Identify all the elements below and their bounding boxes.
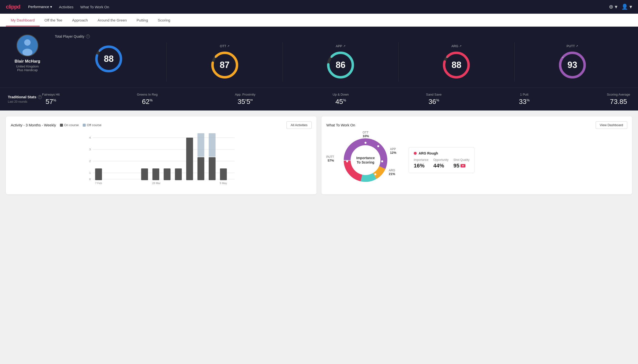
info-opportunity: Opportunity 44% (433, 158, 449, 169)
tab-approach[interactable]: Approach (67, 14, 93, 26)
tab-scoring[interactable]: Scoring (153, 14, 175, 26)
tab-bar: My Dashboard Off the Tee Approach Around… (0, 14, 638, 27)
app-donut-label: APP 12% (390, 148, 396, 154)
total-pq-help-icon[interactable]: ? (86, 34, 90, 38)
arg-rough-info-card: ARG Rough Importance 16% Opportunity 44%… (408, 147, 475, 173)
ott-ring: OTT ↗ 87 (167, 42, 283, 82)
putt-score-value: 93 (567, 60, 577, 70)
view-dashboard-button[interactable]: View Dashboard (596, 121, 627, 129)
info-shot-quality: Shot Quality 95 ▼ (453, 158, 469, 169)
stat-greens-in-reg: Greens In Reg 62% (137, 93, 158, 106)
logo[interactable]: clippd (6, 4, 20, 10)
stat-fairways-hit-value: 57% (42, 98, 60, 106)
nav-activities[interactable]: Activities (59, 5, 73, 9)
svg-rect-29 (141, 168, 148, 180)
add-button[interactable]: ⊕ ▾ (609, 4, 617, 10)
legend-on-course-label: On course (64, 123, 79, 127)
info-metrics: Importance 16% Opportunity 44% Shot Qual… (414, 158, 469, 169)
svg-rect-33 (186, 138, 193, 180)
donut-chart-area: Importance To Scoring OTT 10% APP 12% (326, 131, 405, 190)
tab-my-dashboard[interactable]: My Dashboard (6, 14, 40, 26)
main-score-ring: 88 (55, 42, 167, 82)
trad-stats: Traditional Stats ? Last 20 rounds Fairw… (0, 88, 638, 110)
info-importance: Importance 16% (414, 158, 429, 169)
svg-rect-37 (209, 133, 216, 157)
donut-svg: Importance To Scoring (341, 136, 390, 184)
top-nav: clippd Performance ▾ Activities What To … (0, 0, 638, 14)
svg-text:To Scoring: To Scoring (357, 160, 374, 164)
nav-right: ⊕ ▾ 👤 ▾ (609, 4, 632, 10)
stat-sand-save-value: 36% (426, 98, 442, 106)
arg-ring: ARG ↗ 88 (398, 42, 514, 82)
stat-scoring-average-label: Scoring Average (607, 93, 630, 96)
all-activities-button[interactable]: All Activities (286, 121, 312, 129)
arg-svg: 88 (442, 50, 471, 80)
stat-fairways-hit: Fairways Hit 57% (42, 93, 60, 106)
player-info: Blair McHarg United Kingdom Plus Handica… (8, 34, 47, 72)
activity-legend: On course Off course (60, 123, 102, 127)
main-score-value: 88 (104, 54, 114, 64)
tab-off-the-tee[interactable]: Off the Tee (40, 14, 67, 26)
svg-point-2 (22, 49, 32, 56)
stat-1-putt-value: 33% (519, 98, 530, 106)
arg-donut-label: ARG 21% (389, 169, 395, 176)
legend-off-course: Off course (83, 123, 102, 127)
info-card-title-text: ARG Rough (419, 151, 438, 155)
player-name: Blair McHarg (15, 59, 40, 64)
svg-text:Importance: Importance (356, 156, 375, 160)
ott-svg: 87 (210, 50, 240, 80)
stat-greens-in-reg-label: Greens In Reg (137, 93, 158, 96)
bar-chart-area: 4 3 2 1 0 (11, 133, 312, 186)
stat-greens-in-reg-value: 62% (137, 98, 158, 106)
nav-what-to-work-on[interactable]: What To Work On (80, 5, 109, 9)
stat-up-down-value: 45% (333, 98, 349, 106)
wtwon-content: Importance To Scoring OTT 10% APP 12% (326, 131, 627, 190)
player-handicap: Plus Handicap (17, 68, 38, 72)
app-label: APP ↗ (336, 44, 345, 48)
svg-rect-30 (152, 168, 159, 180)
shot-quality-down-badge: ▼ (461, 164, 466, 168)
wtwon-header: What To Work On View Dashboard (326, 121, 627, 129)
putt-label: PUTT ↗ (566, 44, 578, 48)
stat-scoring-average: Scoring Average 73.85 (607, 93, 630, 106)
legend-on-course-dot (60, 124, 63, 127)
info-opportunity-label: Opportunity (433, 158, 449, 162)
trad-label-area: Traditional Stats ? Last 20 rounds (8, 95, 42, 104)
user-menu-button[interactable]: 👤 ▾ (621, 4, 632, 10)
svg-text:7 Feb: 7 Feb (95, 182, 102, 184)
info-shot-quality-value: 95 ▼ (453, 162, 469, 169)
stat-fairways-hit-label: Fairways Hit (42, 93, 60, 96)
svg-text:3: 3 (89, 148, 91, 151)
svg-text:9 May: 9 May (220, 182, 227, 184)
svg-text:28 Mar: 28 Mar (152, 182, 161, 184)
trad-stats-help-icon[interactable]: ? (38, 95, 42, 99)
info-importance-value: 16% (414, 162, 429, 169)
legend-on-course: On course (60, 123, 79, 127)
stat-app-proximity-value: 35'5" (235, 98, 255, 106)
stat-scoring-average-value: 73.85 (607, 98, 630, 106)
tab-around-the-green[interactable]: Around the Green (93, 14, 132, 26)
wtwon-card: What To Work On View Dashboard (321, 116, 632, 194)
info-importance-label: Importance (414, 158, 429, 162)
svg-text:0: 0 (89, 178, 91, 181)
svg-point-52 (374, 173, 376, 175)
app-svg: 86 (326, 50, 355, 80)
score-rings: 88 OTT ↗ 87 (55, 42, 630, 82)
arg-score-value: 88 (452, 60, 461, 70)
info-dot (414, 152, 417, 155)
tab-putting[interactable]: Putting (132, 14, 153, 26)
info-shot-quality-label: Shot Quality (453, 158, 469, 162)
putt-donut-label: PUTT 57% (326, 155, 334, 162)
ott-donut-label: OTT 10% (363, 131, 369, 138)
svg-rect-34 (197, 157, 204, 180)
nav-performance[interactable]: Performance ▾ (28, 5, 52, 9)
svg-point-53 (346, 160, 348, 162)
ott-score-value: 87 (220, 60, 230, 70)
svg-rect-38 (220, 168, 227, 180)
bar-chart-svg: 4 3 2 1 0 (11, 133, 312, 186)
activity-card: Activity - 3 Months - Weekly On course O… (6, 116, 317, 194)
svg-point-49 (364, 142, 366, 144)
wtwon-title: What To Work On (326, 123, 355, 127)
svg-rect-35 (197, 133, 204, 157)
avatar (17, 34, 39, 56)
